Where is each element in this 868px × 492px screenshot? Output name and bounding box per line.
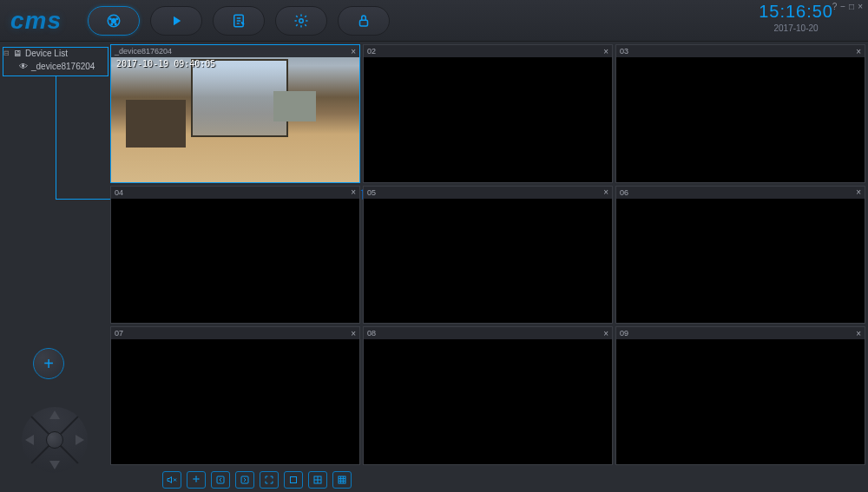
live-view-button[interactable] — [88, 6, 140, 36]
cell-close-icon[interactable]: × — [351, 47, 356, 56]
cell-close-icon[interactable]: × — [603, 187, 608, 197]
drag-button[interactable] — [187, 471, 206, 489]
svg-point-3 — [116, 18, 118, 20]
cell-label: 07 — [115, 329, 123, 338]
cell-label: 05 — [367, 188, 376, 197]
maximize-icon[interactable]: □ — [849, 2, 854, 11]
svg-rect-9 — [217, 476, 224, 483]
cell-close-icon[interactable]: × — [351, 329, 356, 338]
cell-close-icon[interactable]: × — [856, 329, 861, 338]
camera-icon: 👁 — [19, 62, 28, 71]
video-cell-9[interactable]: 09× — [615, 326, 865, 465]
video-cell-4[interactable]: 04× — [110, 186, 360, 325]
cell-label: 03 — [620, 47, 628, 56]
add-device-button[interactable]: + — [33, 348, 64, 379]
video-cell-6[interactable]: 06× — [615, 186, 865, 325]
mute-button[interactable] — [162, 471, 181, 489]
previous-button[interactable] — [211, 471, 230, 489]
video-grid: _device8176204 × 2017-10-19 09:40:05 02×… — [110, 42, 868, 468]
next-button[interactable] — [235, 471, 254, 489]
cell-close-icon[interactable]: × — [351, 187, 356, 197]
svg-rect-11 — [291, 477, 297, 483]
svg-point-2 — [110, 18, 112, 20]
app-logo: cms — [10, 7, 62, 35]
svg-rect-10 — [241, 476, 248, 483]
ptz-down-button[interactable] — [49, 461, 60, 469]
svg-point-4 — [111, 23, 113, 25]
ptz-up-button[interactable] — [49, 410, 60, 419]
lock-button[interactable] — [338, 6, 390, 36]
cell-header: _device8176204 × — [111, 45, 359, 57]
layout-9-button[interactable] — [332, 471, 352, 489]
cell-label: 09 — [620, 329, 628, 338]
ptz-control — [22, 407, 88, 473]
cell-label: 04 — [115, 188, 123, 197]
cell-label: 08 — [367, 329, 376, 338]
svg-point-7 — [299, 18, 304, 23]
help-icon[interactable]: ? — [832, 2, 838, 11]
window-controls: ? − □ × — [832, 2, 863, 11]
clock: 15:16:50 2017-10-20 — [759, 2, 833, 33]
minimize-icon[interactable]: − — [840, 2, 845, 11]
fullscreen-button[interactable] — [260, 471, 279, 489]
device-label: _device8176204 — [31, 62, 95, 71]
cell-label: _device8176204 — [115, 47, 172, 56]
ptz-right-button[interactable] — [76, 435, 84, 445]
clock-date: 2017-10-20 — [759, 23, 833, 33]
video-cell-5[interactable]: 05× — [363, 186, 613, 325]
cell-close-icon[interactable]: × — [856, 187, 861, 197]
svg-rect-8 — [360, 20, 368, 26]
tree-root-label: Device List — [25, 49, 68, 58]
tree-collapse-icon[interactable]: ⊟ — [3, 49, 10, 57]
device-sidebar: ⊟ 🖥 Device List 👁 _device8176204 + — [0, 42, 110, 492]
video-cell-7[interactable]: 07× — [110, 326, 360, 465]
device-tree-item[interactable]: 👁 _device8176204 — [3, 60, 107, 73]
video-cell-2[interactable]: 02× — [363, 44, 613, 183]
ptz-center-button[interactable] — [46, 431, 63, 449]
cell-label: 06 — [620, 188, 628, 197]
feed-timestamp: 2017-10-19 09:40:05 — [116, 59, 215, 69]
layout-1-button[interactable] — [284, 471, 303, 489]
close-icon[interactable]: × — [858, 2, 863, 11]
layout-4-button[interactable] — [308, 471, 327, 489]
playback-button[interactable] — [150, 6, 202, 36]
device-tree-root[interactable]: ⊟ 🖥 Device List — [3, 47, 107, 60]
clock-time: 15:16:50 — [759, 2, 833, 22]
video-cell-1[interactable]: _device8176204 × 2017-10-19 09:40:05 — [110, 44, 360, 183]
svg-point-5 — [115, 23, 117, 25]
monitor-icon: 🖥 — [13, 49, 22, 58]
video-cell-3[interactable]: 03× — [615, 44, 865, 183]
app-header: cms 15:16:50 2017-10-20 ? − □ × — [0, 0, 868, 42]
bottom-toolbar — [110, 468, 868, 492]
cell-close-icon[interactable]: × — [603, 47, 608, 56]
cell-label: 02 — [367, 47, 376, 56]
log-button[interactable] — [213, 6, 265, 36]
cell-close-icon[interactable]: × — [856, 47, 861, 56]
video-cell-8[interactable]: 08× — [363, 326, 613, 465]
svg-point-1 — [112, 18, 116, 23]
cell-close-icon[interactable]: × — [603, 329, 608, 338]
settings-button[interactable] — [275, 6, 327, 36]
ptz-left-button[interactable] — [25, 435, 34, 445]
content-area: Double click device,then you will see th… — [110, 42, 868, 492]
svg-rect-13 — [339, 476, 345, 483]
